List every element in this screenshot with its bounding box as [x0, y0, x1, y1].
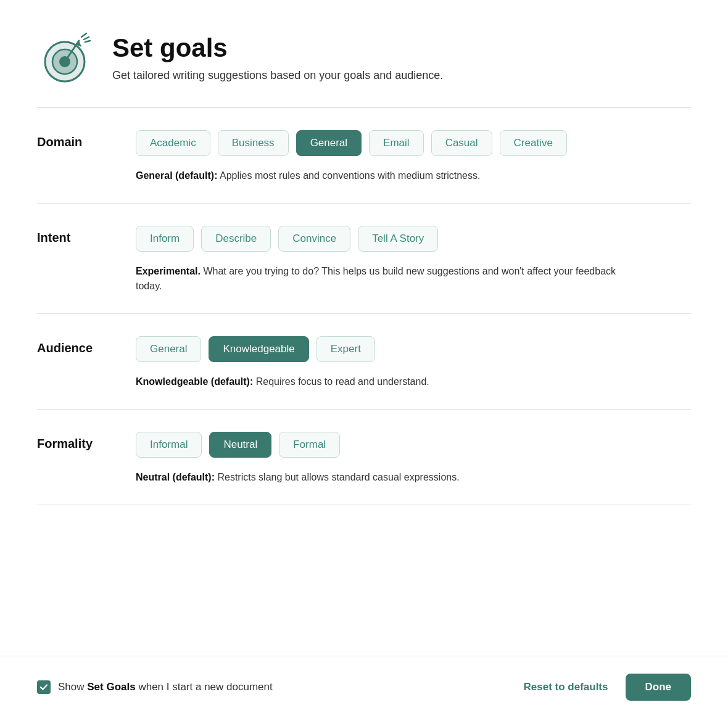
audience-label: Audience [37, 336, 136, 355]
show-goals-bold: Set Goals [87, 681, 135, 693]
footer-left: Show Set Goals when I start a new docume… [37, 680, 273, 694]
formality-option-formal[interactable]: Formal [279, 432, 340, 458]
intent-description: Experimental. What are you trying to do?… [136, 264, 642, 294]
formality-label: Formality [37, 432, 136, 451]
domain-option-creative[interactable]: Creative [500, 130, 567, 156]
domain-label: Domain [37, 130, 136, 149]
intent-label: Intent [37, 226, 136, 245]
domain-option-general[interactable]: General [296, 130, 362, 156]
intent-content: Inform Describe Convince Tell A Story Ex… [136, 226, 691, 294]
domain-option-email[interactable]: Email [369, 130, 424, 156]
domain-option-business[interactable]: Business [218, 130, 289, 156]
svg-line-8 [84, 37, 89, 39]
reset-button[interactable]: Reset to defaults [524, 681, 608, 693]
intent-option-tell-a-story[interactable]: Tell A Story [358, 226, 438, 252]
domain-option-academic[interactable]: Academic [136, 130, 210, 156]
footer-right: Reset to defaults Done [524, 674, 691, 701]
page-title: Set goals [112, 33, 443, 63]
domain-option-casual[interactable]: Casual [431, 130, 492, 156]
formality-option-informal[interactable]: Informal [136, 432, 202, 458]
svg-line-7 [81, 33, 86, 37]
audience-option-general[interactable]: General [136, 336, 201, 362]
show-goals-checkbox[interactable] [37, 680, 51, 694]
domain-content: Academic Business General Email Casual C… [136, 130, 691, 183]
intent-option-describe[interactable]: Describe [201, 226, 271, 252]
domain-description: General (default): Applies most rules an… [136, 168, 642, 183]
intent-section: Intent Inform Describe Convince Tell A S… [37, 204, 691, 314]
audience-option-expert[interactable]: Expert [316, 336, 375, 362]
page-container: Set goals Get tailored writing suggestio… [0, 0, 728, 505]
footer: Show Set Goals when I start a new docume… [0, 656, 728, 718]
intent-desc-rest: What are you trying to do? This helps us… [136, 266, 616, 291]
audience-description: Knowledgeable (default): Requires focus … [136, 374, 642, 389]
checkmark-icon [39, 683, 48, 691]
show-goals-label: Show Set Goals when I start a new docume… [58, 681, 273, 693]
formality-content: Informal Neutral Formal Neutral (default… [136, 432, 691, 485]
domain-section: Domain Academic Business General Email C… [37, 108, 691, 204]
done-button[interactable]: Done [626, 674, 692, 701]
header: Set goals Get tailored writing suggestio… [37, 30, 691, 85]
svg-line-9 [85, 41, 90, 42]
audience-option-knowledgeable[interactable]: Knowledgeable [209, 336, 308, 362]
header-text: Set goals Get tailored writing suggestio… [112, 33, 443, 82]
domain-desc-bold: General (default): [136, 170, 217, 181]
formality-description: Neutral (default): Restricts slang but a… [136, 470, 642, 485]
audience-button-group: General Knowledgeable Expert [136, 336, 691, 362]
logo-icon [37, 30, 93, 85]
formality-desc-rest: Restricts slang but allows standard casu… [215, 472, 460, 482]
formality-option-neutral[interactable]: Neutral [209, 432, 271, 458]
audience-desc-bold: Knowledgeable (default): [136, 376, 253, 387]
audience-content: General Knowledgeable Expert Knowledgeab… [136, 336, 691, 389]
formality-button-group: Informal Neutral Formal [136, 432, 691, 458]
formality-desc-bold: Neutral (default): [136, 472, 215, 482]
audience-section: Audience General Knowledgeable Expert Kn… [37, 314, 691, 410]
audience-desc-rest: Requires focus to read and understand. [253, 376, 429, 387]
intent-desc-bold: Experimental. [136, 266, 201, 276]
formality-section: Formality Informal Neutral Formal Neutra… [37, 410, 691, 505]
page-description: Get tailored writing suggestions based o… [112, 69, 443, 82]
intent-button-group: Inform Describe Convince Tell A Story [136, 226, 691, 252]
intent-option-inform[interactable]: Inform [136, 226, 194, 252]
domain-desc-rest: Applies most rules and conventions with … [217, 170, 480, 181]
domain-button-group: Academic Business General Email Casual C… [136, 130, 691, 156]
intent-option-convince[interactable]: Convince [278, 226, 350, 252]
